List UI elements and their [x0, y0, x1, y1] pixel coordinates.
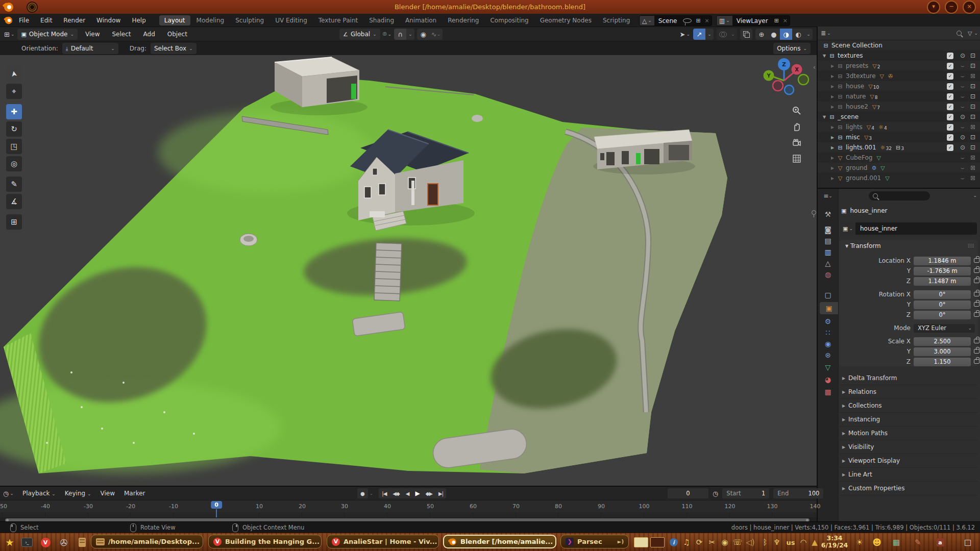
menu-select[interactable]: Select	[107, 31, 135, 38]
checkbox[interactable]: ✓	[947, 124, 953, 131]
texture-tab[interactable]: ▩	[818, 386, 838, 398]
outliner-row-scene[interactable]: ▼ ⊟ _scene ✓ ⊙ ⊡	[818, 112, 980, 122]
outliner-row-cubefog[interactable]: ▶ ▽ CubeFog ▽ ⌣ ⊠	[818, 153, 980, 163]
editor-type-button[interactable]: ⊞⌄	[4, 31, 14, 38]
tab-shading[interactable]: Shading	[364, 15, 399, 26]
expand-icon[interactable]: ▶	[829, 166, 836, 170]
output-tab[interactable]: ▤	[818, 235, 838, 247]
properties-search-input[interactable]	[869, 191, 930, 201]
eye-icon[interactable]: ⊙	[958, 113, 968, 120]
pivot-point-dropdown[interactable]: ⌾⌄	[383, 30, 391, 38]
xray-toggle[interactable]	[740, 29, 752, 40]
stairs[interactable]	[374, 243, 402, 301]
transform-orientation-dropdown[interactable]: ∠ Global⌄	[339, 29, 380, 40]
tab-texture-paint[interactable]: Texture Paint	[313, 15, 363, 26]
menu-view[interactable]: View	[81, 31, 104, 38]
window-minimize-icon[interactable]: −	[945, 1, 958, 14]
lock-icon[interactable]	[974, 279, 979, 283]
expand-icon[interactable]: ▶	[829, 176, 836, 181]
section-delta-transform[interactable]: ▶Delta Transform	[839, 371, 978, 385]
section-viewport-display[interactable]: ▶Viewport Display	[839, 454, 978, 468]
shading-dropdown[interactable]: ⌄	[804, 29, 813, 40]
new-scene-icon[interactable]: ⊞	[694, 17, 702, 24]
camera-toggle-icon[interactable]: ⊡	[968, 83, 978, 90]
section-relations[interactable]: ▶Relations	[839, 385, 978, 399]
close-scene-icon[interactable]: ×	[703, 17, 712, 24]
scene-selector[interactable]: △⌄ Scene ⊞ ×	[639, 15, 712, 26]
camera-off-icon[interactable]: ⊠	[968, 123, 978, 131]
location-z-field[interactable]: 1.1487 m	[914, 277, 971, 286]
usb-tray-icon[interactable]: ♆	[771, 537, 783, 548]
rendered-shading-icon[interactable]: ◐	[792, 29, 804, 40]
star-launcher-icon[interactable]: ★	[3, 536, 16, 548]
camera-toggle-icon[interactable]: ⊡	[968, 103, 978, 110]
next-keyframe-button[interactable]: ◆▶	[423, 488, 435, 498]
camera-off-icon[interactable]: ⊠	[968, 164, 978, 171]
keyboard-layout-indicator[interactable]: us	[785, 537, 797, 548]
camera-toggle-icon[interactable]: ⊡	[968, 144, 978, 151]
end-frame-field[interactable]: End100	[773, 488, 823, 498]
taskbar-window-browser2[interactable]: VAnalieStar | Home - Viv...	[327, 535, 439, 548]
tool-tab[interactable]: ⚒	[818, 208, 838, 220]
overlays-toggle[interactable]	[717, 29, 729, 40]
navigation-gizmo[interactable]: Z X Y	[764, 58, 809, 94]
pin-icon[interactable]	[812, 210, 816, 215]
tab-scripting[interactable]: Scripting	[598, 15, 635, 26]
phone-tray-icon[interactable]: ☏	[731, 537, 744, 548]
eye-closed-icon[interactable]: ⌣	[958, 123, 968, 131]
camera-view-icon[interactable]	[790, 136, 803, 149]
outliner-row-house[interactable]: ▶ ⊟ house ▽10 ✓ ⌣ ⊡	[818, 81, 980, 91]
move-tool[interactable]: ✚	[6, 104, 22, 119]
object-data-tab[interactable]: ▽	[818, 361, 838, 373]
checkbox[interactable]: ✓	[947, 53, 953, 59]
music-tray-icon[interactable]: ♫	[680, 537, 693, 548]
drag-dropdown[interactable]: Select Box⌄	[151, 43, 197, 54]
modifiers-tab[interactable]: ⚙	[818, 315, 838, 328]
expand-icon[interactable]: ▶	[829, 74, 836, 79]
wifi-tray-icon[interactable]: ◠	[797, 537, 810, 548]
show-desktop-icon[interactable]: □	[962, 537, 974, 548]
taskbar-window-files[interactable]: /home/amalie/Desktop...	[91, 535, 203, 548]
tab-modeling[interactable]: Modeling	[191, 15, 230, 26]
camera-off-icon[interactable]: ⊠	[968, 174, 978, 182]
keying-set-dropdown[interactable]: ⌄	[370, 491, 374, 496]
checkbox[interactable]: ✓	[947, 114, 953, 120]
jump-to-start-button[interactable]: |◀	[379, 488, 389, 498]
play-tray-icon[interactable]: ◉	[719, 537, 731, 548]
menu-window[interactable]: Window	[91, 17, 126, 24]
rotation-y-field[interactable]: 0°	[914, 300, 971, 309]
camera-toggle-icon[interactable]: ⊡	[968, 93, 978, 100]
menu-render[interactable]: Render	[58, 17, 91, 24]
new-layer-icon[interactable]: ⊞	[772, 17, 781, 24]
eye-closed-icon[interactable]: ⌣	[958, 164, 968, 171]
checkbox[interactable]: ✓	[947, 144, 953, 151]
constraints-tab[interactable]: ⊛	[818, 349, 838, 361]
tab-animation[interactable]: Animation	[400, 15, 442, 26]
eye-icon[interactable]: ⊙	[958, 134, 968, 141]
filter-dropdown[interactable]: ⌄	[974, 31, 978, 36]
window-close-icon[interactable]: ×	[963, 1, 976, 14]
vivaldi-launcher-icon[interactable]: V	[39, 536, 52, 548]
menu-playback[interactable]: Playback ⌄	[18, 490, 60, 497]
taskbar-window-blender[interactable]: Blender [/home/amalie...	[443, 535, 556, 548]
zoom-icon[interactable]	[790, 104, 803, 117]
eye-closed-icon[interactable]: ⌣	[958, 62, 968, 69]
outliner-row-scene-collection[interactable]: ⊟ Scene Collection	[818, 40, 980, 51]
checkbox[interactable]: ✓	[947, 73, 953, 80]
tab-rendering[interactable]: Rendering	[443, 15, 484, 26]
stopwatch-icon[interactable]: ◷	[713, 490, 718, 497]
particles-tab[interactable]: ∷	[818, 327, 838, 339]
camera-off-icon[interactable]: ⊠	[968, 72, 978, 80]
menu-help[interactable]: Help	[126, 17, 151, 24]
lock-icon[interactable]	[974, 258, 979, 263]
green-door[interactable]	[636, 153, 641, 164]
render-tab[interactable]: ◙	[818, 223, 838, 236]
collection-tab[interactable]: ▢	[818, 289, 838, 301]
window-shade-icon[interactable]: ▾	[927, 1, 940, 14]
section-line-art[interactable]: ▶Line Art	[839, 468, 978, 482]
eye-icon[interactable]: ⊙	[958, 144, 968, 151]
menu-marker[interactable]: Marker	[119, 490, 150, 497]
section-visibility[interactable]: ▶Visibility	[839, 440, 978, 454]
playhead[interactable]: 0	[211, 501, 222, 509]
add-cube-tool[interactable]: ⊞	[6, 214, 22, 230]
